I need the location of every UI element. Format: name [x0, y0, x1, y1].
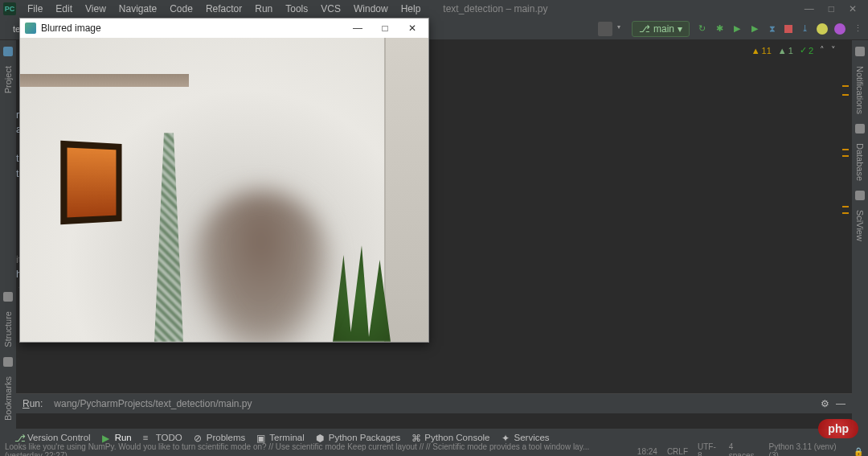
menu-tools[interactable]: Tools [279, 2, 314, 16]
menu-navigate[interactable]: Navigate [113, 2, 163, 16]
opencv-icon [25, 23, 36, 34]
opencv-title: Blurred image [41, 23, 101, 34]
update-icon[interactable]: ⤓ [799, 23, 810, 35]
menu-code[interactable]: Code [163, 2, 199, 16]
python-packages-tool[interactable]: ⬢Python Packages [316, 433, 401, 442]
prev-highlight-icon[interactable]: ˄ [820, 45, 825, 55]
warning-count: 11 [762, 46, 772, 55]
watermark: php [818, 419, 858, 438]
services-tool[interactable]: ✦Services [502, 433, 550, 442]
todo-tool[interactable]: ≡TODO [143, 433, 182, 442]
bookmarks-tool[interactable]: Bookmarks [3, 376, 13, 421]
python-console-tool[interactable]: ⌘Python Console [411, 433, 489, 442]
right-tool-strip: Notifications Database SciView [852, 40, 868, 438]
typo-count: 2 [809, 46, 813, 55]
git-branch-selector[interactable]: ⎇ main ▾ [632, 21, 690, 37]
window-close-icon[interactable]: ✕ [401, 23, 424, 34]
run-hide-icon[interactable]: — [836, 398, 845, 409]
menu-file[interactable]: File [21, 2, 49, 16]
run-settings-icon[interactable]: ⚙ [821, 398, 829, 409]
services-icon: ✦ [502, 433, 511, 442]
stop-icon[interactable] [784, 25, 792, 33]
play-icon: ▶ [102, 433, 112, 442]
account-icon[interactable] [598, 22, 612, 36]
terminal-icon: ▣ [256, 433, 266, 442]
sciview-icon[interactable] [855, 191, 865, 200]
todo-icon: ≡ [143, 433, 153, 442]
terminal-tool[interactable]: ▣Terminal [256, 433, 304, 442]
next-highlight-icon[interactable]: ˅ [831, 45, 836, 55]
run-path: wang/PycharmProjects/text_detection/main… [54, 398, 252, 409]
play-icon[interactable]: ▶ [731, 23, 743, 35]
circle-icon[interactable] [817, 23, 828, 35]
status-bar: Looks like you're using NumPy. Would you… [0, 446, 868, 456]
app-logo-icon: PC [3, 2, 16, 15]
structure-tool[interactable]: Structure [3, 311, 13, 347]
bug-icon[interactable]: ✱ [714, 23, 725, 35]
inspection-widget[interactable]: ▲11 ▲1 ✓2 ˄ ˅ [751, 45, 836, 55]
bookmarks-icon[interactable] [3, 357, 13, 367]
search-everywhere-icon[interactable] [834, 23, 845, 35]
status-encoding[interactable]: UTF-8 [698, 442, 719, 456]
breadcrumb: text_detection – main.py [443, 3, 547, 14]
project-tool[interactable]: Project [3, 66, 13, 93]
warning-icon: ▲ [751, 46, 760, 55]
window-maximize-icon[interactable]: □ [374, 23, 396, 34]
menu-view[interactable]: View [79, 2, 113, 16]
ide-minimize-icon[interactable]: — [805, 3, 814, 14]
branch-name: main [653, 23, 674, 35]
ide-close-icon[interactable]: ✕ [849, 3, 857, 14]
menu-help[interactable]: Help [395, 2, 428, 16]
problems-tool[interactable]: ⊘Problems [194, 433, 246, 442]
version-control-tool[interactable]: ⎇Version Control [14, 433, 91, 442]
lock-icon[interactable]: 🔒 [854, 447, 863, 456]
ok-icon: ✓ [800, 45, 807, 55]
structure-icon[interactable] [3, 292, 13, 302]
database-icon[interactable] [855, 124, 865, 134]
menu-run[interactable]: Run [248, 2, 279, 16]
window-minimize-icon[interactable]: — [346, 23, 369, 34]
menu-vcs[interactable]: VCS [314, 2, 347, 16]
project-icon[interactable] [3, 47, 13, 56]
run-title: Run: [23, 398, 43, 409]
more-icon[interactable]: ⋮ [852, 23, 863, 35]
run-header: Run: wang/PycharmProjects/text_detection… [16, 394, 852, 413]
run-tool[interactable]: ▶Run [102, 433, 132, 442]
branch-icon: ⎇ [639, 23, 650, 35]
database-tool[interactable]: Database [855, 143, 865, 181]
menu-bar: PC File Edit View Navigate Code Refactor… [0, 0, 868, 18]
status-indent[interactable]: 4 spaces [729, 442, 760, 456]
weak-warning-count: 1 [788, 46, 793, 55]
opencv-window[interactable]: Blurred image — □ ✕ [19, 18, 429, 343]
branch-icon: ⎇ [14, 433, 24, 442]
package-icon: ⬢ [316, 433, 326, 442]
status-interpreter[interactable]: Python 3.11 (venv) (3) [769, 442, 844, 456]
notifications-tool[interactable]: Notifications [855, 66, 865, 114]
left-tool-strip: Project Structure Bookmarks [0, 40, 16, 438]
ide-maximize-icon[interactable]: □ [829, 3, 834, 14]
coverage-icon[interactable]: ▶ [749, 23, 760, 35]
weak-warning-icon: ▲ [778, 46, 787, 55]
problems-icon: ⊘ [194, 433, 203, 442]
menu-edit[interactable]: Edit [49, 2, 79, 16]
run-tool-window: Run: wang/PycharmProjects/text_detection… [16, 393, 852, 429]
python-icon: ⌘ [411, 433, 421, 442]
status-tip[interactable]: Looks like you're using NumPy. Would you… [5, 442, 618, 456]
error-stripe[interactable] [841, 80, 849, 308]
menu-window[interactable]: Window [347, 2, 395, 16]
sciview-tool[interactable]: SciView [855, 210, 865, 241]
chevron-down-icon: ▾ [678, 23, 682, 35]
run-icon[interactable]: ↻ [696, 23, 707, 35]
status-eol[interactable]: CRLF [667, 447, 688, 456]
opencv-titlebar[interactable]: Blurred image — □ ✕ [20, 18, 428, 38]
menu-refactor[interactable]: Refactor [199, 2, 248, 16]
status-caret-pos[interactable]: 18:24 [637, 447, 657, 456]
opencv-image [20, 38, 428, 342]
profile-icon[interactable]: ⧗ [767, 23, 778, 35]
notifications-icon[interactable] [855, 47, 865, 56]
